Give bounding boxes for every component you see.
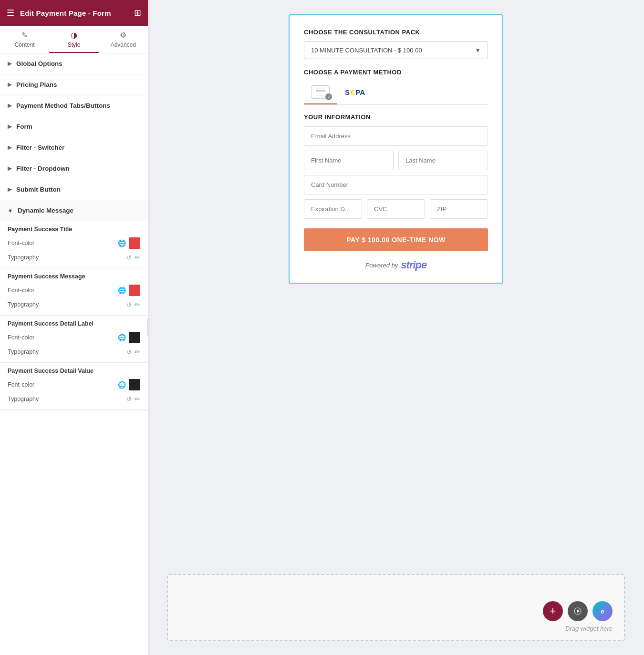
property-row-typography: Typography ↺ ✏ bbox=[8, 348, 140, 356]
elementor-button[interactable]: e bbox=[592, 601, 613, 621]
last-name-input[interactable] bbox=[398, 151, 488, 170]
sidebar-item-filter-dropdown[interactable]: ▶ Filter - Dropdown bbox=[0, 158, 148, 179]
powered-by-text: Powered by bbox=[365, 262, 398, 269]
payment-method-tab-card[interactable]: ✓ bbox=[304, 82, 337, 104]
video-button[interactable] bbox=[568, 601, 588, 621]
svg-rect-1 bbox=[316, 90, 325, 92]
hamburger-icon[interactable]: ☰ bbox=[7, 8, 14, 18]
tab-style[interactable]: ◑ Style bbox=[49, 26, 98, 53]
color-swatch[interactable] bbox=[129, 379, 140, 390]
menu-item-label: Payment Method Tabs/Buttons bbox=[16, 102, 110, 109]
section3-label: YOUR INFORMATION bbox=[304, 113, 488, 121]
sidebar-item-filter-switcher[interactable]: ▶ Filter - Switcher bbox=[0, 137, 148, 158]
color-swatch[interactable] bbox=[129, 237, 140, 249]
sidebar-title: Edit Payment Page - Form bbox=[20, 9, 134, 17]
sidebar: ☰ Edit Payment Page - Form ⊞ ✎ Content ◑… bbox=[0, 0, 148, 655]
property-row-typography: Typography ↺ ✏ bbox=[8, 301, 140, 308]
consultation-dropdown[interactable]: 10 MINUTE CONSULTATION - $ 100.00 ▼ bbox=[304, 41, 488, 59]
cvc-input[interactable] bbox=[367, 199, 425, 219]
sidebar-item-dynamic-message[interactable]: ▼ Dynamic Message bbox=[0, 200, 148, 221]
pencil-icon[interactable]: ✏ bbox=[135, 301, 140, 308]
globe-icon[interactable]: 🌐 bbox=[118, 334, 126, 341]
style-icon: ◑ bbox=[71, 31, 77, 40]
card-details-row bbox=[304, 199, 488, 219]
expiration-input[interactable] bbox=[304, 199, 362, 219]
pencil-icon[interactable]: ✏ bbox=[135, 254, 140, 261]
property-controls: 🌐 bbox=[118, 332, 140, 343]
svg-rect-0 bbox=[316, 89, 325, 95]
property-controls: 🌐 bbox=[118, 237, 140, 249]
sidebar-item-pricing-plans[interactable]: ▶ Pricing Plans bbox=[0, 74, 148, 95]
arrow-icon: ▶ bbox=[8, 102, 11, 109]
zip-input[interactable] bbox=[430, 199, 488, 219]
arrow-icon: ▶ bbox=[8, 123, 11, 130]
powered-by: Powered by stripe bbox=[304, 259, 488, 271]
arrow-icon: ▶ bbox=[8, 144, 11, 151]
grid-icon[interactable]: ⊞ bbox=[134, 8, 141, 18]
property-controls: 🌐 bbox=[118, 379, 140, 390]
tab-content[interactable]: ✎ Content bbox=[0, 26, 49, 53]
refresh-icon[interactable]: ↺ bbox=[126, 348, 132, 356]
drag-widget-text: Drag widget here bbox=[565, 625, 613, 632]
refresh-icon[interactable]: ↺ bbox=[126, 396, 132, 403]
property-label: Font-color bbox=[8, 381, 34, 388]
arrow-icon: ▶ bbox=[8, 165, 11, 172]
tab-content-label: Content bbox=[15, 41, 35, 48]
tab-advanced[interactable]: ⚙ Advanced bbox=[99, 26, 148, 53]
menu-item-label: Dynamic Message bbox=[18, 207, 73, 214]
sidebar-item-form[interactable]: ▶ Form bbox=[0, 116, 148, 137]
sidebar-item-submit-button[interactable]: ▶ Submit Button bbox=[0, 179, 148, 200]
arrow-icon: ▶ bbox=[8, 82, 11, 88]
tab-style-label: Style bbox=[68, 41, 81, 48]
stripe-logo: stripe bbox=[401, 259, 426, 271]
add-widget-button[interactable]: + bbox=[543, 601, 563, 621]
main-content: CHOOSE THE CONSULTATION PACK 10 MINUTE C… bbox=[148, 0, 644, 655]
color-swatch[interactable] bbox=[129, 332, 140, 343]
property-section-heading: Payment Success Detail Value bbox=[8, 368, 140, 374]
property-label: Font-color bbox=[8, 240, 34, 246]
dynamic-message-section: ▼ Dynamic Message Payment Success Title … bbox=[0, 200, 148, 410]
card-number-input[interactable] bbox=[304, 175, 488, 194]
pay-button[interactable]: PAY $ 100.00 ONE-TIME NOW bbox=[304, 228, 488, 251]
color-swatch[interactable] bbox=[129, 285, 140, 296]
sidebar-tabs: ✎ Content ◑ Style ⚙ Advanced bbox=[0, 26, 148, 53]
arrow-icon: ▶ bbox=[8, 186, 11, 193]
section1-label: CHOOSE THE CONSULTATION PACK bbox=[304, 29, 488, 36]
property-label: Typography bbox=[8, 254, 39, 261]
menu-item-label: Submit Button bbox=[16, 186, 61, 193]
property-section-heading: Payment Success Detail Label bbox=[8, 320, 140, 327]
collapse-handle[interactable]: ‹ bbox=[147, 318, 148, 337]
globe-icon[interactable]: 🌐 bbox=[118, 381, 126, 389]
tab-advanced-label: Advanced bbox=[111, 41, 136, 48]
menu-item-label: Filter - Dropdown bbox=[16, 165, 70, 172]
payment-method-tab-sepa[interactable]: S € PA bbox=[337, 82, 373, 104]
canvas-area: CHOOSE THE CONSULTATION PACK 10 MINUTE C… bbox=[148, 0, 644, 569]
menu-item-label: Form bbox=[16, 123, 32, 130]
refresh-icon[interactable]: ↺ bbox=[126, 254, 132, 261]
refresh-icon[interactable]: ↺ bbox=[126, 301, 132, 308]
pencil-icon[interactable]: ✏ bbox=[135, 348, 140, 356]
first-name-input[interactable] bbox=[304, 151, 394, 170]
property-section-detail-label: Payment Success Detail Label Font-color … bbox=[0, 316, 148, 363]
sidebar-item-payment-method-tabs[interactable]: ▶ Payment Method Tabs/Buttons bbox=[0, 95, 148, 116]
chevron-down-icon: ▼ bbox=[475, 47, 481, 54]
svg-marker-3 bbox=[577, 609, 580, 613]
property-label: Typography bbox=[8, 348, 39, 355]
property-row-font-color: Font-color 🌐 bbox=[8, 285, 140, 296]
payment-methods: ✓ S € PA bbox=[304, 82, 488, 105]
email-input[interactable] bbox=[304, 126, 488, 146]
pencil-icon[interactable]: ✏ bbox=[135, 395, 140, 403]
property-label: Typography bbox=[8, 301, 39, 308]
sidebar-item-global-options[interactable]: ▶ Global Options bbox=[0, 53, 148, 74]
menu-item-label: Global Options bbox=[16, 60, 62, 67]
name-fields-row bbox=[304, 151, 488, 170]
content-icon: ✎ bbox=[21, 31, 28, 40]
property-row-font-color: Font-color 🌐 bbox=[8, 379, 140, 390]
property-section-success-title: Payment Success Title Font-color 🌐 Typog… bbox=[0, 221, 148, 268]
globe-icon[interactable]: 🌐 bbox=[118, 239, 126, 247]
menu-item-label: Filter - Switcher bbox=[16, 144, 64, 151]
globe-icon[interactable]: 🌐 bbox=[118, 287, 126, 294]
property-section-heading: Payment Success Title bbox=[8, 226, 140, 233]
credit-card-icon: ✓ bbox=[312, 85, 330, 99]
consultation-value: 10 MINUTE CONSULTATION - $ 100.00 bbox=[311, 47, 422, 54]
